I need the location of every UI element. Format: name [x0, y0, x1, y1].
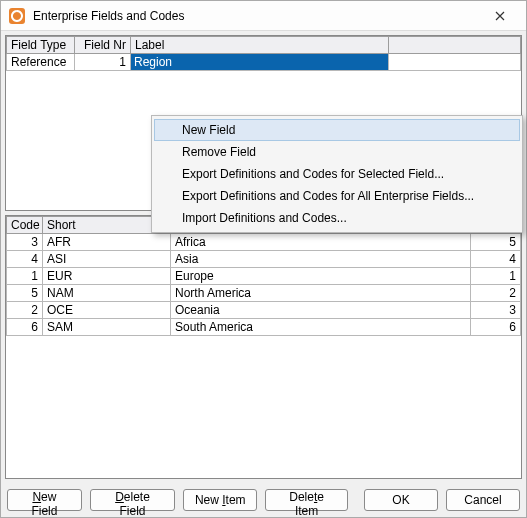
cell-extra[interactable]: 5	[471, 234, 521, 251]
new-field-button[interactable]: New Field	[7, 489, 82, 511]
cell-field-type[interactable]: Reference	[7, 54, 75, 71]
new-item-button[interactable]: New Item	[183, 489, 257, 511]
app-icon	[9, 8, 25, 24]
cell-short[interactable]: AFR	[43, 234, 171, 251]
col-label[interactable]: Label	[131, 37, 389, 54]
cell-desc[interactable]: Africa	[171, 234, 471, 251]
cell-desc[interactable]: South America	[171, 319, 471, 336]
cell-label[interactable]	[131, 54, 389, 71]
menu-item-new-field[interactable]: New Field	[154, 119, 520, 141]
cell-code[interactable]: 5	[7, 285, 43, 302]
table-row[interactable]: 2OCEOceania3	[7, 302, 521, 319]
cell-code[interactable]: 6	[7, 319, 43, 336]
dialog-window: Enterprise Fields and Codes Field Type F…	[0, 0, 527, 518]
menu-item-import[interactable]: Import Definitions and Codes...	[154, 207, 520, 229]
fields-table[interactable]: Field Type Field Nr Label Reference 1	[6, 36, 521, 71]
cell-desc[interactable]: North America	[171, 285, 471, 302]
label-input[interactable]	[131, 54, 388, 70]
cell-desc[interactable]: Asia	[171, 251, 471, 268]
cell-short[interactable]: ASI	[43, 251, 171, 268]
col-field-nr[interactable]: Field Nr	[75, 37, 131, 54]
fields-header-row: Field Type Field Nr Label	[7, 37, 521, 54]
table-row[interactable]: 3AFRAfrica5	[7, 234, 521, 251]
table-row[interactable]: 6SAMSouth America6	[7, 319, 521, 336]
menu-item-export-all[interactable]: Export Definitions and Codes for All Ent…	[154, 185, 520, 207]
cell-code[interactable]: 1	[7, 268, 43, 285]
cell-code[interactable]: 2	[7, 302, 43, 319]
codes-table[interactable]: Code Short 3AFRAfrica54ASIAsia41EUREurop…	[6, 216, 521, 336]
cell-code[interactable]: 3	[7, 234, 43, 251]
close-button[interactable]	[478, 2, 522, 30]
window-title: Enterprise Fields and Codes	[33, 9, 478, 23]
cell-extra[interactable]: 1	[471, 268, 521, 285]
cell-desc[interactable]: Europe	[171, 268, 471, 285]
cell-short[interactable]: SAM	[43, 319, 171, 336]
col-filler	[389, 37, 521, 54]
cell-code[interactable]: 4	[7, 251, 43, 268]
menu-item-remove-field[interactable]: Remove Field	[154, 141, 520, 163]
cell-short[interactable]: NAM	[43, 285, 171, 302]
cell-short[interactable]: OCE	[43, 302, 171, 319]
content-area: Field Type Field Nr Label Reference 1	[1, 31, 526, 483]
cell-extra[interactable]: 3	[471, 302, 521, 319]
cell-short[interactable]: EUR	[43, 268, 171, 285]
cell-extra[interactable]: 2	[471, 285, 521, 302]
codes-pane: Code Short 3AFRAfrica54ASIAsia41EUREurop…	[5, 215, 522, 479]
cell-extra[interactable]: 4	[471, 251, 521, 268]
delete-item-button[interactable]: Delete Item	[265, 489, 348, 511]
col-field-type[interactable]: Field Type	[7, 37, 75, 54]
cell-extra[interactable]: 6	[471, 319, 521, 336]
menu-item-export-selected[interactable]: Export Definitions and Codes for Selecte…	[154, 163, 520, 185]
titlebar: Enterprise Fields and Codes	[1, 1, 526, 31]
cancel-button[interactable]: Cancel	[446, 489, 520, 511]
fields-row[interactable]: Reference 1	[7, 54, 521, 71]
table-row[interactable]: 1EUREurope1	[7, 268, 521, 285]
cell-field-nr[interactable]: 1	[75, 54, 131, 71]
col-code[interactable]: Code	[7, 217, 43, 234]
button-row: New Field Delete Field New Item Delete I…	[1, 483, 526, 517]
delete-field-button[interactable]: Delete Field	[90, 489, 175, 511]
close-icon	[495, 11, 505, 21]
cell-desc[interactable]: Oceania	[171, 302, 471, 319]
table-row[interactable]: 4ASIAsia4	[7, 251, 521, 268]
ok-button[interactable]: OK	[364, 489, 438, 511]
context-menu[interactable]: New Field Remove Field Export Definition…	[151, 115, 523, 233]
table-row[interactable]: 5NAMNorth America2	[7, 285, 521, 302]
